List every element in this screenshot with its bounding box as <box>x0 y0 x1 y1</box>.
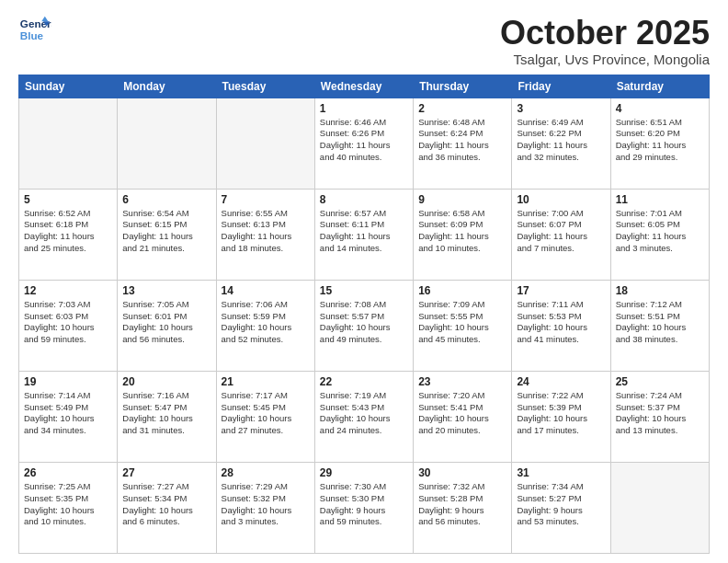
header-wednesday: Wednesday <box>314 75 413 98</box>
cell-info: Sunrise: 6:58 AM Sunset: 6:09 PM Dayligh… <box>418 208 506 255</box>
table-row: 7Sunrise: 6:55 AM Sunset: 6:13 PM Daylig… <box>216 189 314 280</box>
header: General Blue October 2025 Tsalgar, Uvs P… <box>18 15 710 67</box>
header-saturday: Saturday <box>610 75 709 98</box>
calendar-week-row: 19Sunrise: 7:14 AM Sunset: 5:49 PM Dayli… <box>19 371 710 462</box>
table-row: 25Sunrise: 7:24 AM Sunset: 5:37 PM Dayli… <box>610 371 709 462</box>
calendar-week-row: 1Sunrise: 6:46 AM Sunset: 6:26 PM Daylig… <box>19 98 710 189</box>
header-monday: Monday <box>118 75 216 98</box>
day-number: 10 <box>517 193 605 206</box>
day-number: 9 <box>418 193 506 206</box>
location: Tsalgar, Uvs Province, Mongolia <box>500 52 710 67</box>
table-row: 31Sunrise: 7:34 AM Sunset: 5:27 PM Dayli… <box>512 462 610 553</box>
cell-info: Sunrise: 7:34 AM Sunset: 5:27 PM Dayligh… <box>517 481 605 528</box>
logo-icon: General Blue <box>18 15 51 48</box>
cell-info: Sunrise: 7:32 AM Sunset: 5:28 PM Dayligh… <box>418 481 506 528</box>
header-thursday: Thursday <box>414 75 512 98</box>
day-number: 24 <box>517 375 605 388</box>
day-number: 18 <box>616 284 704 297</box>
table-row: 9Sunrise: 6:58 AM Sunset: 6:09 PM Daylig… <box>414 189 512 280</box>
day-number: 16 <box>418 284 506 297</box>
logo: General Blue <box>18 15 51 48</box>
table-row: 30Sunrise: 7:32 AM Sunset: 5:28 PM Dayli… <box>414 462 512 553</box>
cell-info: Sunrise: 6:55 AM Sunset: 6:13 PM Dayligh… <box>222 208 310 255</box>
table-row: 22Sunrise: 7:19 AM Sunset: 5:43 PM Dayli… <box>314 371 413 462</box>
table-row <box>118 98 216 189</box>
cell-info: Sunrise: 7:29 AM Sunset: 5:32 PM Dayligh… <box>222 481 310 528</box>
cell-info: Sunrise: 7:11 AM Sunset: 5:53 PM Dayligh… <box>517 299 605 346</box>
cell-info: Sunrise: 6:49 AM Sunset: 6:22 PM Dayligh… <box>517 117 605 164</box>
cell-info: Sunrise: 7:17 AM Sunset: 5:45 PM Dayligh… <box>222 390 310 437</box>
cell-info: Sunrise: 7:14 AM Sunset: 5:49 PM Dayligh… <box>24 390 112 437</box>
page: General Blue October 2025 Tsalgar, Uvs P… <box>0 0 728 563</box>
cell-info: Sunrise: 7:19 AM Sunset: 5:43 PM Dayligh… <box>320 390 408 437</box>
cell-info: Sunrise: 6:51 AM Sunset: 6:20 PM Dayligh… <box>616 117 704 164</box>
day-number: 14 <box>222 284 310 297</box>
cell-info: Sunrise: 7:30 AM Sunset: 5:30 PM Dayligh… <box>320 481 408 528</box>
day-number: 5 <box>24 193 112 206</box>
header-tuesday: Tuesday <box>216 75 314 98</box>
calendar-week-row: 12Sunrise: 7:03 AM Sunset: 6:03 PM Dayli… <box>19 280 710 371</box>
day-number: 22 <box>320 375 408 388</box>
table-row: 5Sunrise: 6:52 AM Sunset: 6:18 PM Daylig… <box>19 189 118 280</box>
calendar-header-row: Sunday Monday Tuesday Wednesday Thursday… <box>19 75 710 98</box>
day-number: 15 <box>320 284 408 297</box>
calendar-table: Sunday Monday Tuesday Wednesday Thursday… <box>18 75 710 554</box>
table-row: 8Sunrise: 6:57 AM Sunset: 6:11 PM Daylig… <box>314 189 413 280</box>
day-number: 8 <box>320 193 408 206</box>
table-row: 6Sunrise: 6:54 AM Sunset: 6:15 PM Daylig… <box>118 189 216 280</box>
day-number: 13 <box>122 284 210 297</box>
table-row: 13Sunrise: 7:05 AM Sunset: 6:01 PM Dayli… <box>118 280 216 371</box>
day-number: 7 <box>222 193 310 206</box>
table-row: 19Sunrise: 7:14 AM Sunset: 5:49 PM Dayli… <box>19 371 118 462</box>
cell-info: Sunrise: 7:06 AM Sunset: 5:59 PM Dayligh… <box>222 299 310 346</box>
table-row: 29Sunrise: 7:30 AM Sunset: 5:30 PM Dayli… <box>314 462 413 553</box>
cell-info: Sunrise: 7:12 AM Sunset: 5:51 PM Dayligh… <box>616 299 704 346</box>
cell-info: Sunrise: 7:00 AM Sunset: 6:07 PM Dayligh… <box>517 208 605 255</box>
table-row: 1Sunrise: 6:46 AM Sunset: 6:26 PM Daylig… <box>314 98 413 189</box>
cell-info: Sunrise: 7:09 AM Sunset: 5:55 PM Dayligh… <box>418 299 506 346</box>
cell-info: Sunrise: 7:27 AM Sunset: 5:34 PM Dayligh… <box>122 481 210 528</box>
title-block: October 2025 Tsalgar, Uvs Province, Mong… <box>500 15 710 67</box>
cell-info: Sunrise: 7:01 AM Sunset: 6:05 PM Dayligh… <box>616 208 704 255</box>
month-title: October 2025 <box>500 15 710 52</box>
table-row: 21Sunrise: 7:17 AM Sunset: 5:45 PM Dayli… <box>216 371 314 462</box>
day-number: 29 <box>320 466 408 479</box>
table-row: 12Sunrise: 7:03 AM Sunset: 6:03 PM Dayli… <box>19 280 118 371</box>
table-row: 2Sunrise: 6:48 AM Sunset: 6:24 PM Daylig… <box>414 98 512 189</box>
table-row: 20Sunrise: 7:16 AM Sunset: 5:47 PM Dayli… <box>118 371 216 462</box>
cell-info: Sunrise: 7:05 AM Sunset: 6:01 PM Dayligh… <box>122 299 210 346</box>
table-row <box>19 98 118 189</box>
day-number: 17 <box>517 284 605 297</box>
table-row: 3Sunrise: 6:49 AM Sunset: 6:22 PM Daylig… <box>512 98 610 189</box>
calendar-week-row: 26Sunrise: 7:25 AM Sunset: 5:35 PM Dayli… <box>19 462 710 553</box>
table-row <box>216 98 314 189</box>
table-row: 28Sunrise: 7:29 AM Sunset: 5:32 PM Dayli… <box>216 462 314 553</box>
day-number: 4 <box>616 102 704 115</box>
day-number: 11 <box>616 193 704 206</box>
table-row <box>610 462 709 553</box>
table-row: 26Sunrise: 7:25 AM Sunset: 5:35 PM Dayli… <box>19 462 118 553</box>
cell-info: Sunrise: 6:57 AM Sunset: 6:11 PM Dayligh… <box>320 208 408 255</box>
day-number: 12 <box>24 284 112 297</box>
cell-info: Sunrise: 6:54 AM Sunset: 6:15 PM Dayligh… <box>122 208 210 255</box>
cell-info: Sunrise: 7:22 AM Sunset: 5:39 PM Dayligh… <box>517 390 605 437</box>
day-number: 23 <box>418 375 506 388</box>
table-row: 14Sunrise: 7:06 AM Sunset: 5:59 PM Dayli… <box>216 280 314 371</box>
cell-info: Sunrise: 7:08 AM Sunset: 5:57 PM Dayligh… <box>320 299 408 346</box>
day-number: 21 <box>222 375 310 388</box>
cell-info: Sunrise: 7:20 AM Sunset: 5:41 PM Dayligh… <box>418 390 506 437</box>
day-number: 28 <box>222 466 310 479</box>
table-row: 27Sunrise: 7:27 AM Sunset: 5:34 PM Dayli… <box>118 462 216 553</box>
day-number: 19 <box>24 375 112 388</box>
table-row: 23Sunrise: 7:20 AM Sunset: 5:41 PM Dayli… <box>414 371 512 462</box>
day-number: 27 <box>122 466 210 479</box>
table-row: 17Sunrise: 7:11 AM Sunset: 5:53 PM Dayli… <box>512 280 610 371</box>
table-row: 4Sunrise: 6:51 AM Sunset: 6:20 PM Daylig… <box>610 98 709 189</box>
day-number: 30 <box>418 466 506 479</box>
table-row: 18Sunrise: 7:12 AM Sunset: 5:51 PM Dayli… <box>610 280 709 371</box>
table-row: 16Sunrise: 7:09 AM Sunset: 5:55 PM Dayli… <box>414 280 512 371</box>
calendar-week-row: 5Sunrise: 6:52 AM Sunset: 6:18 PM Daylig… <box>19 189 710 280</box>
header-sunday: Sunday <box>19 75 118 98</box>
cell-info: Sunrise: 7:25 AM Sunset: 5:35 PM Dayligh… <box>24 481 112 528</box>
day-number: 25 <box>616 375 704 388</box>
